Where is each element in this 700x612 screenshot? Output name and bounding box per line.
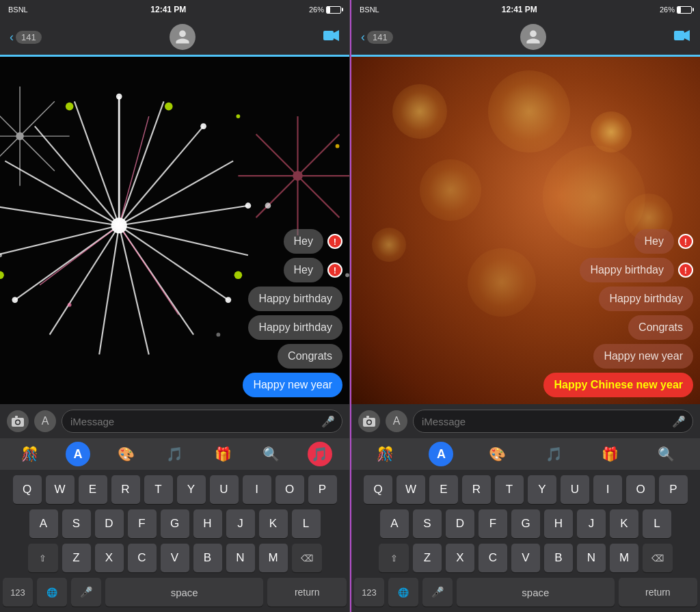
keyboard-bottom-left: 123 🌐 🎤 space return [3, 578, 347, 607]
key-t-right[interactable]: T [495, 475, 524, 504]
svg-point-63 [16, 421, 20, 424]
drawer-icon-r-sticker[interactable]: 🎁 [597, 442, 622, 466]
return-key-right[interactable]: return [619, 578, 697, 607]
key-z-right[interactable]: Z [413, 544, 442, 572]
bubble-happy-new-year: Happy new year [243, 373, 342, 397]
key-o-left[interactable]: O [275, 475, 304, 504]
key-b-right[interactable]: B [544, 544, 573, 572]
contact-info-right[interactable] [520, 24, 546, 50]
key-p-right[interactable]: P [659, 475, 688, 504]
error-icon-0[interactable]: ! [327, 234, 342, 249]
key-f-left[interactable]: F [128, 509, 157, 538]
key-l-right[interactable]: L [643, 509, 671, 538]
key-c-left[interactable]: C [128, 544, 157, 572]
camera-button-right[interactable] [358, 410, 380, 432]
key-q-left[interactable]: Q [13, 475, 42, 504]
key-v-right[interactable]: V [511, 544, 540, 572]
key-b-left[interactable]: B [193, 544, 222, 572]
space-key-left[interactable]: space [105, 578, 263, 607]
key-m-left[interactable]: M [259, 544, 288, 572]
mic-key-left[interactable]: 🎤 [71, 578, 101, 607]
key-m-right[interactable]: M [610, 544, 638, 572]
back-button-right[interactable]: ‹ 141 [361, 30, 393, 44]
drawer-icon-appstore[interactable]: A [66, 442, 90, 466]
key-n-right[interactable]: N [577, 544, 606, 572]
drawer-icon-r-search[interactable]: 🔍 [654, 442, 679, 466]
shift-key-right[interactable]: ⇧ [379, 544, 409, 572]
message-input-right[interactable]: iMessage 🎤 [413, 410, 693, 433]
key-n-left[interactable]: N [226, 544, 255, 572]
num-key-left[interactable]: 123 [3, 578, 33, 607]
key-d-left[interactable]: D [95, 509, 124, 538]
key-r-left[interactable]: R [111, 475, 140, 504]
key-d-right[interactable]: D [446, 509, 474, 538]
drawer-icon-search[interactable]: 🔍 [259, 442, 284, 466]
key-x-right[interactable]: X [446, 544, 474, 572]
key-a-right[interactable]: A [380, 509, 409, 538]
drawer-icon-audio[interactable]: 🎵 [162, 442, 187, 466]
key-u-right[interactable]: U [561, 475, 589, 504]
key-f-right[interactable]: F [479, 509, 507, 538]
drawer-icon-sticker[interactable]: 🎁 [211, 442, 235, 466]
key-l-left[interactable]: L [292, 509, 321, 538]
drawer-icon-r-audio[interactable]: 🎵 [541, 442, 566, 466]
key-x-left[interactable]: X [95, 544, 124, 572]
key-c-right[interactable]: C [479, 544, 507, 572]
drawer-icon-r-appstore[interactable]: A [429, 442, 453, 466]
key-j-left[interactable]: J [226, 509, 255, 538]
globe-key-left[interactable]: 🌐 [37, 578, 67, 607]
key-e-right[interactable]: E [429, 475, 458, 504]
delete-key-right[interactable]: ⌫ [643, 544, 673, 572]
error-icon-1[interactable]: ! [327, 263, 342, 278]
num-key-right[interactable]: 123 [354, 578, 384, 607]
key-v-left[interactable]: V [161, 544, 189, 572]
key-s-left[interactable]: S [62, 509, 91, 538]
key-g-right[interactable]: G [511, 509, 540, 538]
mic-key-right[interactable]: 🎤 [422, 578, 453, 607]
key-u-left[interactable]: U [210, 475, 239, 504]
key-w-right[interactable]: W [396, 475, 425, 504]
drawer-icon-fireworks[interactable]: 🎊 [17, 442, 42, 466]
key-q-right[interactable]: Q [364, 475, 392, 504]
globe-key-right[interactable]: 🌐 [388, 578, 418, 607]
message-input-left[interactable]: iMessage 🎤 [62, 410, 342, 433]
key-r-right[interactable]: R [462, 475, 491, 504]
drawer-icon-music[interactable]: 🎵 [308, 442, 332, 466]
shift-key-left[interactable]: ⇧ [28, 544, 58, 572]
key-g-left[interactable]: G [161, 509, 189, 538]
key-p-left[interactable]: P [308, 475, 337, 504]
drawer-icon-memoji[interactable]: 🎨 [114, 442, 139, 466]
drawer-icon-r-memoji[interactable]: 🎨 [485, 442, 510, 466]
key-e-left[interactable]: E [79, 475, 107, 504]
back-button-left[interactable]: ‹ 141 [10, 30, 42, 44]
message-row-r2: Happy birthday [358, 287, 693, 311]
key-k-left[interactable]: K [259, 509, 288, 538]
space-key-right[interactable]: space [457, 578, 615, 607]
error-icon-r1[interactable]: ! [678, 263, 693, 278]
video-call-button-right[interactable] [674, 29, 690, 45]
key-h-left[interactable]: H [193, 509, 222, 538]
input-placeholder-right: iMessage [422, 416, 466, 427]
appstore-button-left[interactable]: A [34, 410, 56, 432]
key-h-right[interactable]: H [544, 509, 573, 538]
key-t-left[interactable]: T [144, 475, 173, 504]
key-s-right[interactable]: S [413, 509, 442, 538]
appstore-button-right[interactable]: A [386, 410, 407, 432]
key-z-left[interactable]: Z [62, 544, 91, 572]
camera-button-left[interactable] [7, 410, 29, 432]
video-call-button-left[interactable] [323, 29, 340, 45]
contact-info-left[interactable] [170, 24, 196, 50]
key-y-right[interactable]: Y [528, 475, 556, 504]
key-a-left[interactable]: A [29, 509, 58, 538]
return-key-left[interactable]: return [267, 578, 347, 607]
key-w-left[interactable]: W [46, 475, 75, 504]
error-icon-r0[interactable]: ! [678, 234, 693, 249]
key-i-left[interactable]: I [243, 475, 271, 504]
key-y-left[interactable]: Y [177, 475, 206, 504]
key-k-right[interactable]: K [610, 509, 638, 538]
key-i-right[interactable]: I [593, 475, 622, 504]
drawer-icon-r-fireworks[interactable]: 🎊 [373, 442, 397, 466]
key-o-right[interactable]: O [626, 475, 655, 504]
delete-key-left[interactable]: ⌫ [292, 544, 322, 572]
key-j-right[interactable]: J [577, 509, 606, 538]
